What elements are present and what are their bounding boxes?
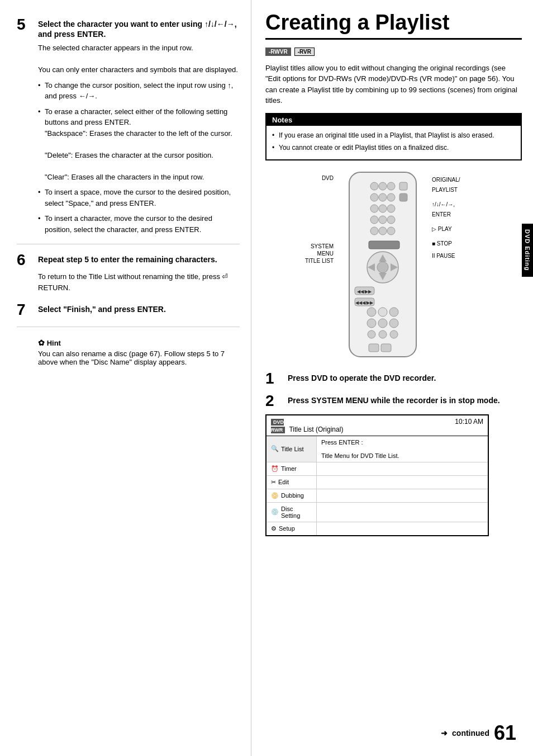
svg-point-11 [387,205,395,212]
format-badges: -RWVR -RVR [265,48,522,56]
intro-text: Playlist titles allow you to edit withou… [265,63,522,106]
setup-icon: ⚙ [271,525,277,532]
screen-title: Title List (Original) [289,426,343,433]
step-7-title: Select "Finish," and press ENTER. [38,302,166,314]
edit-icon: ✂ [271,479,276,486]
step-5-number: 5 [17,17,34,32]
svg-point-30 [378,308,387,316]
bullet-4: To insert a character, move the cursor t… [38,213,240,235]
right-step-1-block: 1 Press DVD to operate the DVD recorder. [265,371,522,386]
svg-point-37 [390,330,398,338]
screen-content-setup [317,522,488,535]
svg-point-9 [370,205,378,212]
hint-box: ✿ Hint You can also rename a disc (page … [17,338,240,366]
svg-point-32 [367,319,376,328]
step-5-body1: The selected character appears in the in… [38,42,240,54]
remote-diagram: DVD SYSTEMMENUTITLE LIST [288,169,522,360]
svg-rect-8 [399,193,407,201]
badge-rwvr: -RWVR [265,48,291,56]
svg-point-33 [378,319,387,328]
footer-page: 61 [494,721,516,745]
note-2: You cannot create or edit Playlist title… [272,143,515,153]
step-7-block: 7 Select "Finish," and press ENTER. [17,302,240,318]
menu-item-edit: ✂ Edit [266,476,317,489]
right-step-2-title: Press SYSTEM MENU while the recorder is … [288,393,500,405]
edit-label: Edit [278,479,289,485]
timer-label: Timer [281,465,297,472]
divider-1 [17,244,240,244]
hint-title-text: Hint [47,339,61,347]
svg-point-17 [387,227,395,235]
svg-point-7 [387,193,395,201]
svg-point-13 [379,216,387,224]
discsetting-label: Disc Setting [281,505,312,519]
page-title: Creating a Playlist [265,11,522,40]
discsetting-icon: 💿 [271,508,279,516]
step-5-bullets: To change the cursor position, select th… [38,80,240,235]
svg-rect-4 [399,182,407,190]
svg-point-36 [379,330,387,338]
label-original-playlist: ORIGINAL/PLAYLIST [432,175,500,195]
svg-point-10 [379,205,387,212]
timer-icon: ⏰ [271,465,279,472]
screen-content-titlelist: Press ENTER : Title Menu for DVD Title L… [317,436,488,462]
page-footer: ➜ continued 61 [441,721,516,745]
step-6-body: To return to the Title List without rena… [38,271,240,293]
menu-item-titlelist: 🔍 Title List [266,436,317,462]
svg-point-34 [389,319,398,328]
svg-text:◀◀/▶▶: ◀◀/▶▶ [357,289,372,294]
remote-svg: ◀◀/▶▶ ◀◀◀/▶▶ [338,169,427,360]
label-stop: ■ STOP [432,239,500,249]
label-pause: II PAUSE [432,251,500,261]
step-6-title: Repeat step 5 to enter the remaining cha… [38,252,217,264]
svg-point-16 [379,227,387,235]
bullet-1: To change the cursor position, select th… [38,80,240,102]
remote-left-labels: DVD SYSTEMMENUTITLE LIST [288,169,338,264]
dubbing-label: Dubbing [281,492,304,499]
dubbing-icon: 📀 [271,492,279,499]
setup-label: Setup [279,525,295,532]
step-5-body2: You can only enter characters and symbol… [38,64,240,75]
right-step-2-number: 2 [265,393,283,409]
screen-row-setup: ⚙ Setup [266,522,488,535]
label-system-menu: SYSTEMMENUTITLE LIST [288,243,334,264]
svg-point-31 [389,308,398,316]
screen-row-discsetting: 💿 Disc Setting [266,503,488,522]
screen-dvd-badge: DVDRWR [271,419,285,433]
screen-mockup: DVDRWR Title List (Original) 10:10 AM 🔍 … [265,414,489,536]
right-step-2-block: 2 Press SYSTEM MENU while the recorder i… [265,393,522,409]
svg-point-12 [370,216,378,224]
svg-rect-38 [369,344,379,352]
screen-header: DVDRWR Title List (Original) 10:10 AM [266,415,488,436]
step-5-title: Select the character you want to enter u… [38,17,240,39]
svg-rect-18 [369,241,399,249]
svg-point-6 [379,193,387,201]
screen-row-edit: ✂ Edit [266,476,488,489]
notes-list: If you erase an original title used in a… [272,130,515,153]
menu-item-timer: ⏰ Timer [266,462,317,475]
screen-content-timer [317,462,488,475]
right-step-1-title: Press DVD to operate the DVD recorder. [288,371,436,383]
divider-2 [17,327,240,327]
side-tab: DVD Editing [522,224,533,277]
bullet-2: To erase a character, select either of t… [38,106,240,183]
label-dvd: DVD [288,175,334,181]
svg-point-15 [370,227,378,235]
svg-point-2 [379,182,387,190]
screen-content-discsetting [317,503,488,522]
hint-body: You can also rename a disc (page 67). Fo… [38,349,240,366]
svg-point-35 [368,330,375,338]
screen-content-dubbing [317,489,488,502]
step-5-block: 5 Select the character you want to enter… [17,17,240,235]
notes-header: Notes [266,114,521,126]
bullet-3: To insert a space, move the cursor to th… [38,187,240,209]
step-7-number: 7 [17,302,34,318]
footer-arrow: ➜ [441,729,448,738]
svg-point-1 [370,182,378,190]
svg-text:◀◀◀/▶▶: ◀◀◀/▶▶ [355,300,374,305]
footer-continued: continued [452,729,489,738]
badge-rvr: -RVR [294,48,315,56]
right-step-1-number: 1 [265,371,283,386]
remote-right-labels: ORIGINAL/PLAYLIST ↑/↓/←/→,ENTER ▷ PLAY ■… [427,169,500,261]
notes-box: Notes If you erase an original title use… [265,113,522,160]
